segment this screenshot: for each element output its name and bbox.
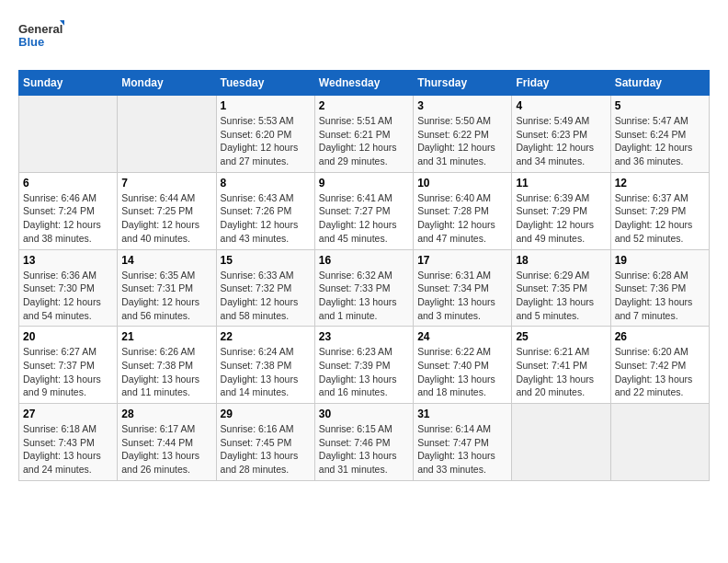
day-info: Sunrise: 6:20 AM Sunset: 7:42 PM Dayligh…	[615, 345, 705, 399]
day-info: Sunrise: 6:27 AM Sunset: 7:37 PM Dayligh…	[23, 345, 113, 399]
day-number: 29	[221, 408, 311, 420]
calendar-cell: 14Sunrise: 6:35 AM Sunset: 7:31 PM Dayli…	[118, 249, 216, 327]
calendar-week-row: 27Sunrise: 6:18 AM Sunset: 7:43 PM Dayli…	[19, 404, 710, 481]
calendar-cell: 2Sunrise: 5:51 AM Sunset: 6:21 PM Daylig…	[314, 96, 413, 173]
day-number: 18	[516, 254, 606, 267]
day-number: 27	[23, 408, 113, 420]
calendar-cell: 11Sunrise: 6:39 AM Sunset: 7:29 PM Dayli…	[512, 172, 610, 249]
day-info: Sunrise: 6:16 AM Sunset: 7:45 PM Dayligh…	[221, 422, 311, 477]
calendar-week-row: 13Sunrise: 6:36 AM Sunset: 7:30 PM Dayli…	[19, 249, 710, 327]
day-info: Sunrise: 6:35 AM Sunset: 7:31 PM Dayligh…	[121, 269, 211, 323]
day-info: Sunrise: 6:43 AM Sunset: 7:26 PM Dayligh…	[221, 191, 311, 246]
day-number: 26	[615, 330, 705, 343]
calendar-cell: 21Sunrise: 6:26 AM Sunset: 7:38 PM Dayli…	[118, 327, 216, 404]
day-number: 23	[319, 330, 409, 343]
day-number: 4	[516, 99, 606, 112]
day-info: Sunrise: 6:23 AM Sunset: 7:39 PM Dayligh…	[319, 345, 409, 399]
day-number: 1	[221, 99, 311, 112]
page-header: General Blue	[18, 18, 710, 55]
day-number: 17	[417, 254, 507, 267]
calendar-cell: 9Sunrise: 6:41 AM Sunset: 7:27 PM Daylig…	[314, 172, 413, 249]
calendar-cell: 22Sunrise: 6:24 AM Sunset: 7:38 PM Dayli…	[216, 327, 314, 404]
day-info: Sunrise: 6:41 AM Sunset: 7:27 PM Dayligh…	[319, 191, 409, 246]
col-header-sunday: Sunday	[19, 71, 118, 96]
day-info: Sunrise: 5:53 AM Sunset: 6:20 PM Dayligh…	[221, 114, 311, 168]
day-info: Sunrise: 6:18 AM Sunset: 7:43 PM Dayligh…	[23, 422, 113, 477]
col-header-wednesday: Wednesday	[314, 71, 413, 96]
day-info: Sunrise: 6:14 AM Sunset: 7:47 PM Dayligh…	[417, 422, 507, 477]
calendar-cell: 19Sunrise: 6:28 AM Sunset: 7:36 PM Dayli…	[610, 249, 709, 327]
day-number: 2	[319, 99, 409, 112]
day-number: 20	[23, 330, 113, 343]
day-number: 25	[516, 330, 606, 343]
calendar-cell: 25Sunrise: 6:21 AM Sunset: 7:41 PM Dayli…	[512, 327, 610, 404]
day-info: Sunrise: 6:15 AM Sunset: 7:46 PM Dayligh…	[319, 422, 409, 477]
calendar-cell: 16Sunrise: 6:32 AM Sunset: 7:33 PM Dayli…	[314, 249, 413, 327]
day-info: Sunrise: 6:24 AM Sunset: 7:38 PM Dayligh…	[221, 345, 311, 399]
day-info: Sunrise: 6:46 AM Sunset: 7:24 PM Dayligh…	[23, 191, 113, 246]
day-number: 7	[121, 177, 211, 190]
calendar-cell	[118, 96, 216, 173]
day-number: 14	[121, 254, 211, 267]
calendar-cell: 17Sunrise: 6:31 AM Sunset: 7:34 PM Dayli…	[414, 249, 512, 327]
calendar-cell: 13Sunrise: 6:36 AM Sunset: 7:30 PM Dayli…	[19, 249, 118, 327]
day-number: 15	[221, 254, 311, 267]
svg-text:General: General	[18, 22, 63, 36]
col-header-thursday: Thursday	[414, 71, 512, 96]
day-info: Sunrise: 6:29 AM Sunset: 7:35 PM Dayligh…	[516, 269, 606, 323]
day-number: 31	[417, 408, 507, 420]
day-number: 9	[319, 177, 409, 190]
day-info: Sunrise: 6:40 AM Sunset: 7:28 PM Dayligh…	[417, 191, 507, 246]
day-number: 24	[417, 330, 507, 343]
col-header-friday: Friday	[512, 71, 610, 96]
calendar-cell: 24Sunrise: 6:22 AM Sunset: 7:40 PM Dayli…	[414, 327, 512, 404]
day-number: 30	[319, 408, 409, 420]
day-info: Sunrise: 5:51 AM Sunset: 6:21 PM Dayligh…	[319, 114, 409, 168]
day-number: 22	[221, 330, 311, 343]
day-info: Sunrise: 5:49 AM Sunset: 6:23 PM Dayligh…	[516, 114, 606, 168]
day-number: 5	[615, 99, 705, 112]
col-header-saturday: Saturday	[610, 71, 709, 96]
calendar-cell: 1Sunrise: 5:53 AM Sunset: 6:20 PM Daylig…	[216, 96, 314, 173]
calendar-cell: 18Sunrise: 6:29 AM Sunset: 7:35 PM Dayli…	[512, 249, 610, 327]
calendar-cell: 26Sunrise: 6:20 AM Sunset: 7:42 PM Dayli…	[610, 327, 709, 404]
calendar-week-row: 20Sunrise: 6:27 AM Sunset: 7:37 PM Dayli…	[19, 327, 710, 404]
day-info: Sunrise: 5:47 AM Sunset: 6:24 PM Dayligh…	[615, 114, 705, 168]
calendar-cell: 31Sunrise: 6:14 AM Sunset: 7:47 PM Dayli…	[414, 404, 512, 481]
calendar-cell: 8Sunrise: 6:43 AM Sunset: 7:26 PM Daylig…	[216, 172, 314, 249]
calendar-cell: 15Sunrise: 6:33 AM Sunset: 7:32 PM Dayli…	[216, 249, 314, 327]
day-number: 28	[121, 408, 211, 420]
calendar-cell: 23Sunrise: 6:23 AM Sunset: 7:39 PM Dayli…	[314, 327, 413, 404]
calendar-cell: 29Sunrise: 6:16 AM Sunset: 7:45 PM Dayli…	[216, 404, 314, 481]
col-header-tuesday: Tuesday	[216, 71, 314, 96]
col-header-monday: Monday	[118, 71, 216, 96]
calendar-cell: 28Sunrise: 6:17 AM Sunset: 7:44 PM Dayli…	[118, 404, 216, 481]
day-number: 12	[615, 177, 705, 190]
day-info: Sunrise: 6:21 AM Sunset: 7:41 PM Dayligh…	[516, 345, 606, 399]
calendar-cell	[512, 404, 610, 481]
calendar-week-row: 6Sunrise: 6:46 AM Sunset: 7:24 PM Daylig…	[19, 172, 710, 249]
calendar-cell: 3Sunrise: 5:50 AM Sunset: 6:22 PM Daylig…	[414, 96, 512, 173]
logo-svg: General Blue	[18, 18, 64, 55]
calendar-cell: 4Sunrise: 5:49 AM Sunset: 6:23 PM Daylig…	[512, 96, 610, 173]
calendar-cell: 6Sunrise: 6:46 AM Sunset: 7:24 PM Daylig…	[19, 172, 118, 249]
calendar-cell: 27Sunrise: 6:18 AM Sunset: 7:43 PM Dayli…	[19, 404, 118, 481]
calendar-header-row: SundayMondayTuesdayWednesdayThursdayFrid…	[19, 71, 710, 96]
day-info: Sunrise: 6:37 AM Sunset: 7:29 PM Dayligh…	[615, 191, 705, 246]
day-info: Sunrise: 6:39 AM Sunset: 7:29 PM Dayligh…	[516, 191, 606, 246]
day-number: 11	[516, 177, 606, 190]
calendar-cell: 12Sunrise: 6:37 AM Sunset: 7:29 PM Dayli…	[610, 172, 709, 249]
day-info: Sunrise: 6:17 AM Sunset: 7:44 PM Dayligh…	[121, 422, 211, 477]
day-info: Sunrise: 6:44 AM Sunset: 7:25 PM Dayligh…	[121, 191, 211, 246]
calendar-cell	[610, 404, 709, 481]
calendar-table: SundayMondayTuesdayWednesdayThursdayFrid…	[18, 70, 710, 481]
day-number: 19	[615, 254, 705, 267]
calendar-cell: 30Sunrise: 6:15 AM Sunset: 7:46 PM Dayli…	[314, 404, 413, 481]
calendar-cell	[19, 96, 118, 173]
day-number: 3	[417, 99, 507, 112]
day-info: Sunrise: 5:50 AM Sunset: 6:22 PM Dayligh…	[417, 114, 507, 168]
day-info: Sunrise: 6:28 AM Sunset: 7:36 PM Dayligh…	[615, 269, 705, 323]
day-number: 16	[319, 254, 409, 267]
day-number: 6	[23, 177, 113, 190]
day-number: 13	[23, 254, 113, 267]
